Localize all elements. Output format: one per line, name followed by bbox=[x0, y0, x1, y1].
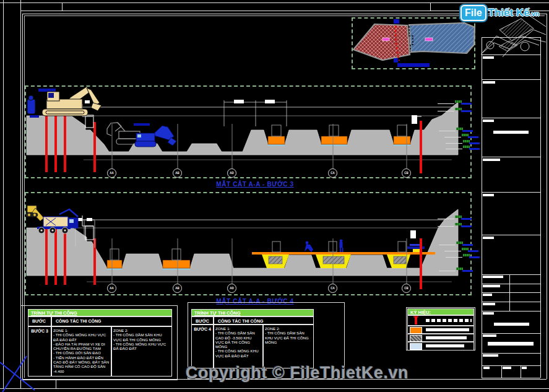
column-stub bbox=[272, 242, 280, 252]
titleblock-line bbox=[482, 311, 540, 311]
copyright-watermark: Copyright © FileThietKe.vn bbox=[186, 364, 409, 383]
hatched-slab-symbol bbox=[410, 335, 422, 342]
level-flag bbox=[410, 230, 416, 238]
revision-cross-mark bbox=[0, 356, 43, 392]
terrain-profile bbox=[27, 102, 458, 155]
zone2-tag bbox=[425, 38, 433, 41]
legend-label-bar bbox=[426, 336, 467, 339]
grid-bubble: AD bbox=[227, 284, 236, 293]
grid-bubble: CA bbox=[328, 168, 337, 178]
dim-label bbox=[234, 100, 244, 103]
frame-line bbox=[0, 388, 549, 389]
titleblock-label-bar bbox=[483, 285, 500, 287]
table1-zone1: ZONE 1: - THI CÔNG MÓNG KHU VỰC ĐÃ ĐÀO Đ… bbox=[51, 326, 111, 377]
legend-header: KÝ HIỆU: bbox=[407, 308, 474, 315]
section1-drawing bbox=[25, 85, 472, 178]
titleblock-line bbox=[482, 79, 540, 80]
mini-excavator-icon bbox=[134, 123, 176, 147]
titleblock-line bbox=[501, 365, 502, 378]
footing-orange-symbol bbox=[410, 327, 422, 334]
titleblock-line bbox=[482, 118, 540, 118]
footing bbox=[321, 136, 347, 144]
elevation-marker bbox=[463, 254, 482, 259]
column-stub bbox=[398, 242, 406, 252]
floor-slab bbox=[252, 252, 435, 255]
grid-bubble: CB bbox=[402, 284, 411, 293]
table1-header: TRÌNH TỰ THI CÔNG bbox=[28, 309, 172, 316]
grid-bubble: CB bbox=[402, 168, 411, 178]
table2-step: BƯỚC 4 bbox=[191, 324, 214, 368]
grid-bubble: AD bbox=[227, 168, 236, 178]
titleblock-line bbox=[482, 54, 540, 55]
section2-drawing bbox=[25, 192, 472, 295]
elevation-marker bbox=[462, 134, 480, 139]
titleblock-label-bar bbox=[483, 276, 503, 278]
table1-zone2: ZONE 2: - THI CÔNG DẦM SÀN KHU VỰC ĐÃ TH… bbox=[111, 326, 172, 377]
table2-zone1: ZONE 1: - THI CÔNG DẦM SÀN CAO ĐỘ -3.500… bbox=[214, 324, 263, 368]
titleblock-label-bar bbox=[483, 81, 495, 84]
worker-icon bbox=[340, 240, 344, 252]
titleblock-line bbox=[482, 274, 540, 275]
keyplan-drawing bbox=[352, 17, 475, 69]
footing bbox=[394, 136, 410, 144]
frame-tick bbox=[430, 2, 431, 11]
titleblock-label-bar bbox=[483, 56, 494, 59]
column-stub bbox=[110, 249, 119, 260]
elevation-marker bbox=[456, 242, 475, 247]
grid-bubble: AA bbox=[107, 168, 116, 178]
zone2-area bbox=[409, 23, 475, 53]
titleblock-line bbox=[482, 302, 540, 302]
titleblock-value-bar bbox=[494, 323, 529, 326]
elevation-marker bbox=[462, 248, 480, 253]
titleblock-line bbox=[509, 274, 510, 311]
grid-bubble: AA bbox=[107, 284, 116, 293]
titleblock-line bbox=[540, 37, 541, 378]
titleblock-label-bar bbox=[483, 312, 494, 315]
elevation-marker bbox=[455, 100, 473, 106]
dim-label bbox=[265, 100, 275, 103]
legend-label-bar bbox=[426, 328, 469, 331]
titleblock-line bbox=[482, 378, 540, 378]
titleblock-line bbox=[482, 192, 540, 193]
titleblock-label-bar bbox=[483, 354, 498, 357]
logo-name: Thiết Kế bbox=[488, 7, 530, 19]
titleblock-label-bar bbox=[483, 367, 490, 369]
titleblock-value-bar bbox=[493, 131, 529, 134]
footing bbox=[268, 136, 285, 144]
grid-bubble: CA bbox=[328, 284, 337, 293]
table2-col-step: BƯỚC bbox=[191, 316, 214, 324]
titleblock-label-bar bbox=[483, 120, 494, 122]
grid-bubble: AB bbox=[173, 168, 182, 178]
level-flag bbox=[412, 115, 417, 124]
frame-tick bbox=[56, 379, 56, 388]
logo-file-box: File bbox=[460, 5, 486, 21]
cad-sheet: FileThiết Kế.vn bbox=[0, 0, 549, 392]
titleblock-line bbox=[482, 284, 540, 284]
titleblock-line bbox=[482, 235, 540, 235]
grid-bubble: AB bbox=[173, 284, 182, 293]
titleblock-label-bar bbox=[483, 294, 492, 296]
titleblock-label-bar bbox=[503, 367, 511, 369]
footing bbox=[107, 260, 122, 268]
divider-marker bbox=[394, 19, 399, 24]
legend-label-bar bbox=[426, 319, 472, 322]
zone1-tag bbox=[383, 38, 389, 41]
elevation-marker bbox=[463, 146, 482, 151]
elevation-marker bbox=[463, 140, 482, 146]
table2-zone2: ZONE 2: - THI CÔNG DẦM SÀN KHU VỰC ĐÃ TH… bbox=[263, 324, 314, 368]
elevation-marker bbox=[455, 223, 473, 229]
table2-header: TRÌNH TỰ THI CÔNG bbox=[191, 309, 314, 316]
titleblock-line bbox=[521, 365, 521, 378]
crawler-loader-icon bbox=[26, 206, 44, 221]
titleblock-label-bar bbox=[522, 367, 527, 369]
elevation-marker bbox=[456, 268, 475, 273]
column-stub bbox=[272, 125, 281, 136]
titleblock-line bbox=[482, 292, 540, 293]
frame-line bbox=[3, 0, 4, 388]
logo-domain: .vn bbox=[530, 10, 540, 17]
elevation-marker bbox=[456, 128, 475, 133]
elevation-marker bbox=[455, 108, 473, 113]
titleblock-map bbox=[482, 38, 540, 54]
frame-line bbox=[0, 2, 549, 3]
titleblock-label-bar bbox=[483, 303, 495, 305]
